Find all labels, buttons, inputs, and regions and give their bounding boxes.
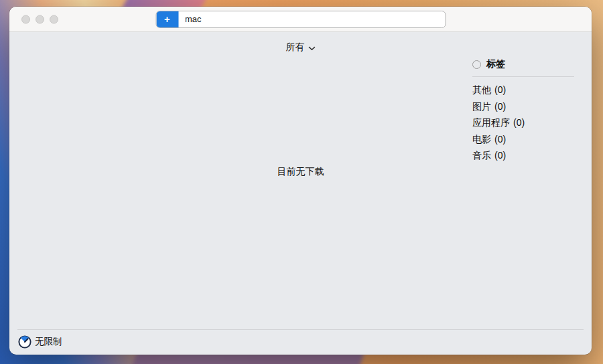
tag-label: 电影: [472, 134, 491, 145]
filter-dropdown-label: 所有: [286, 41, 305, 54]
tag-label: 应用程序: [472, 117, 510, 128]
titlebar: +: [9, 7, 592, 32]
tag-label: 图片: [472, 101, 491, 112]
tag-count: (0): [494, 84, 506, 95]
chevron-down-icon: [308, 46, 316, 51]
speed-limit-control[interactable]: 无限制: [18, 335, 62, 349]
add-download-button[interactable]: +: [156, 11, 178, 27]
tags-header: 标签: [472, 58, 574, 77]
tag-label: 其他: [472, 84, 491, 95]
tags-header-label: 标签: [486, 58, 505, 70]
tag-label: 音乐: [472, 150, 491, 161]
tag-count: (0): [494, 101, 506, 112]
tag-item-movies[interactable]: 电影(0): [472, 131, 574, 148]
tag-item-applications[interactable]: 应用程序(0): [472, 114, 574, 131]
url-search-field-group: +: [155, 11, 446, 28]
tag-item-music[interactable]: 音乐(0): [472, 147, 574, 164]
close-button[interactable]: [21, 15, 30, 23]
status-bar: 无限制: [9, 329, 592, 355]
filter-dropdown[interactable]: 所有: [286, 41, 316, 54]
tag-count: (0): [513, 117, 525, 128]
filter-row: 所有: [9, 32, 592, 54]
tag-count: (0): [494, 150, 506, 161]
zoom-button[interactable]: [50, 15, 58, 23]
traffic-lights: [21, 15, 58, 23]
tags-list: 其他(0) 图片(0) 应用程序(0) 电影(0) 音乐(0): [472, 77, 574, 164]
speed-limit-label: 无限制: [35, 336, 62, 348]
minimize-button[interactable]: [36, 15, 44, 23]
download-manager-window: + 所有 标签 其他(0) 图片(0) 应用程序(0): [9, 7, 592, 355]
empty-state-message: 目前无下载: [9, 166, 592, 178]
tag-item-other[interactable]: 其他(0): [472, 82, 574, 98]
tag-item-images[interactable]: 图片(0): [472, 98, 574, 115]
tag-count: (0): [494, 134, 506, 145]
tag-color-circle-icon: [472, 60, 481, 69]
tags-panel: 标签 其他(0) 图片(0) 应用程序(0) 电影(0) 音乐(0): [472, 58, 574, 164]
speed-gauge-icon: [18, 335, 31, 349]
search-input[interactable]: [178, 11, 445, 27]
